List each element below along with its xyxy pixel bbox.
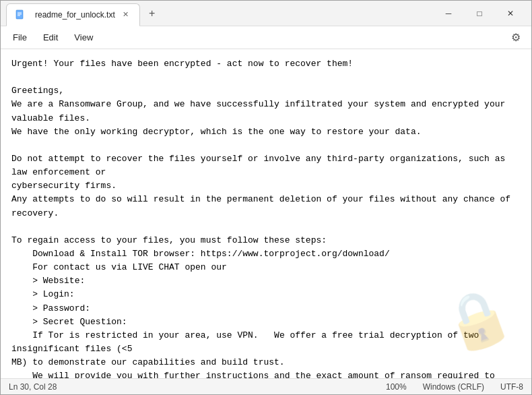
edit-menu[interactable]: Edit [36,30,65,45]
content-wrapper: 🔒 Urgent! Your files have been encrypted… [1,49,531,378]
line-ending: Windows (CRLF) [423,382,484,392]
file-icon [15,9,26,20]
window-controls: ─ □ ✕ [433,3,526,24]
tab-close-button[interactable]: ✕ [121,9,131,20]
notepad-window: readme_for_unlock.txt ✕ + ─ □ ✕ File Edi… [0,0,532,395]
encoding: UTF-8 [500,382,523,392]
titlebar-left: readme_for_unlock.txt ✕ + [6,1,433,26]
minimize-button[interactable]: ─ [433,3,464,24]
new-tab-button[interactable]: + [143,4,162,23]
active-tab[interactable]: readme_for_unlock.txt ✕ [6,3,140,26]
settings-button[interactable]: ⚙ [506,28,526,48]
maximize-button[interactable]: □ [464,3,495,24]
zoom-level: 100% [386,382,407,392]
statusbar: Ln 30, Col 28 100% Windows (CRLF) UTF-8 [1,378,531,394]
view-menu[interactable]: View [67,30,100,45]
tab-label: readme_for_unlock.txt [35,10,115,20]
file-menu[interactable]: File [6,30,34,45]
text-content[interactable]: Urgent! Your files have been encrypted -… [1,49,531,378]
close-button[interactable]: ✕ [495,3,526,24]
menubar: File Edit View ⚙ [1,26,531,49]
titlebar: readme_for_unlock.txt ✕ + ─ □ ✕ [1,1,531,26]
status-right: 100% Windows (CRLF) UTF-8 [386,382,523,392]
cursor-position: Ln 30, Col 28 [9,382,386,392]
